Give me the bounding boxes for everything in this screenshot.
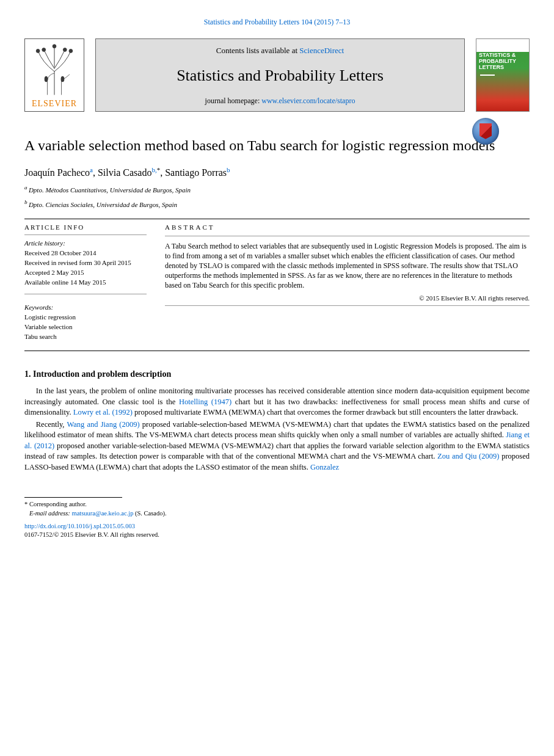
keyword-3: Tabu search (24, 332, 147, 342)
homepage-prefix: journal homepage: (205, 96, 262, 105)
affil-a-sup: a (24, 184, 29, 191)
contents-line: Contents lists available at ScienceDirec… (216, 45, 344, 56)
author-1: Joaquín Pacheco (24, 167, 90, 178)
homepage-line: journal homepage: www.elsevier.com/locat… (205, 96, 355, 106)
svg-point-3 (63, 48, 67, 51)
journal-name: Statistics and Probability Letters (177, 61, 384, 90)
journal-box: Contents lists available at ScienceDirec… (95, 38, 465, 112)
authors-line: Joaquín Pachecoa, Silvia Casadob,*, Sant… (0, 154, 554, 180)
keywords-label: Keywords: (24, 303, 147, 313)
elsevier-tree-icon (25, 39, 84, 98)
keyword-2: Variable selection (24, 322, 147, 332)
journal-cover-thumbnail[interactable]: STATISTICS & PROBABILITY LETTERS (476, 38, 530, 112)
email-link[interactable]: matsuura@ae.keio.ac.jp (71, 510, 133, 517)
paper-title: A variable selection method based on Tab… (24, 136, 530, 154)
para-1: In the last years, the problem of online… (24, 386, 530, 418)
sciencedirect-link[interactable]: ScienceDirect (299, 46, 344, 55)
abstract-text: A Tabu Search method to select variables… (165, 241, 530, 291)
abstract-head: ABSTRACT (165, 223, 530, 232)
page-header-citation: Statistics and Probability Letters 104 (… (0, 0, 554, 38)
affiliation-a: a Dpto. Métodos Cuantitativos, Universid… (0, 180, 554, 195)
journal-header: ELSEVIER Contents lists available at Sci… (0, 38, 554, 112)
svg-point-5 (45, 76, 48, 82)
footnotes: * Corresponding author. E-mail address: … (0, 498, 554, 540)
svg-point-2 (42, 48, 46, 51)
date-accepted: Accepted 2 May 2015 (24, 268, 147, 278)
ref-hotelling[interactable]: Hotelling (1947) (179, 398, 231, 406)
footer-copyright: 0167-7152/© 2015 Elsevier B.V. All right… (24, 531, 530, 540)
author-2-sup: b, (151, 166, 156, 173)
para-2: Recently, Wang and Jiang (2009) proposed… (24, 420, 530, 473)
date-revised: Received in revised form 30 April 2015 (24, 258, 147, 268)
svg-point-0 (36, 49, 40, 53)
author-1-sup: a (90, 166, 93, 173)
author-2: Silvia Casado (98, 167, 151, 178)
cover-title: STATISTICS & PROBABILITY LETTERS (479, 53, 527, 71)
body-text: In the last years, the problem of online… (0, 380, 554, 473)
elsevier-logo[interactable]: ELSEVIER (24, 38, 84, 112)
ref-gonzalez[interactable]: Gonzalez (310, 463, 339, 471)
ref-zou-qiu[interactable]: Zou and Qiu (2009) (437, 452, 499, 460)
elsevier-wordmark: ELSEVIER (32, 98, 77, 111)
cover-bar (480, 75, 495, 76)
abstract: ABSTRACT A Tabu Search method to select … (165, 219, 530, 342)
article-info-head: ARTICLE INFO (24, 223, 147, 232)
svg-point-1 (69, 49, 73, 53)
keyword-1: Logistic regression (24, 313, 147, 322)
affiliation-b: b Dpto. Ciencias Sociales, Universidad d… (0, 195, 554, 210)
email-line: E-mail address: matsuura@ae.keio.ac.jp (… (24, 509, 530, 518)
crossmark-icon[interactable] (472, 118, 499, 145)
svg-point-6 (61, 76, 65, 82)
homepage-link[interactable]: www.elsevier.com/locate/stapro (261, 96, 355, 105)
history-label: Article history: (24, 239, 147, 249)
svg-point-4 (53, 45, 56, 48)
date-online: Available online 14 May 2015 (24, 278, 147, 288)
author-3: Santiago Porras (165, 167, 227, 178)
author-3-sup: b (227, 166, 230, 173)
corresponding-note: * Corresponding author. (24, 500, 530, 509)
contents-prefix: Contents lists available at (216, 46, 299, 55)
corresponding-star: * (157, 166, 161, 173)
section-1-head: 1. Introduction and problem description (0, 351, 554, 380)
article-info: ARTICLE INFO Article history: Received 2… (24, 219, 147, 342)
doi-link[interactable]: http://dx.doi.org/10.1016/j.spl.2015.05.… (24, 523, 135, 529)
ref-wang-jiang[interactable]: Wang and Jiang (2009) (67, 420, 139, 429)
abstract-copyright: © 2015 Elsevier B.V. All rights reserved… (165, 294, 530, 303)
ref-lowry[interactable]: Lowry et al. (1992) (73, 408, 133, 416)
date-received: Received 28 October 2014 (24, 249, 147, 258)
affil-b-sup: b (24, 199, 29, 205)
